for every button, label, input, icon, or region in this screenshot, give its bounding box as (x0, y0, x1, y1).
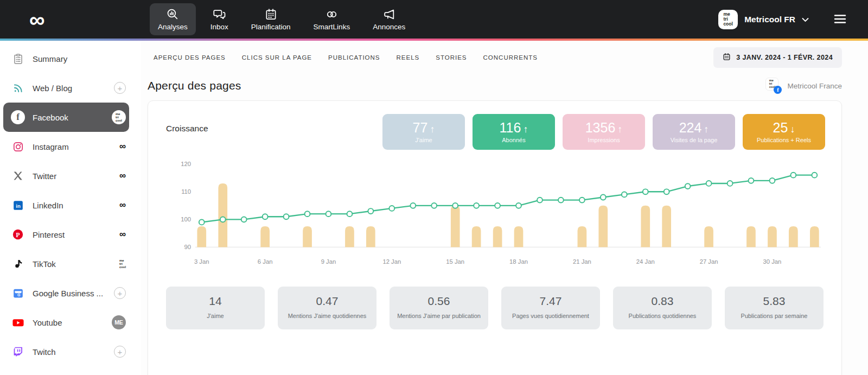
sidebar-item-label: LinkedIn (33, 201, 63, 210)
sidebar-item-web-blog[interactable]: Web / Blog + (3, 73, 129, 103)
sidebar-item-summary[interactable]: Summary (3, 44, 129, 73)
tab-clics-sur-la-page[interactable]: CLICS SUR LA PAGE (242, 54, 312, 61)
sidebar-item-label: TikTok (33, 259, 56, 269)
stat-mentions-par-publication: 0.56 Mentions J'aime par publication (390, 287, 488, 329)
add-connection-button[interactable]: + (114, 346, 126, 358)
infinity-logo-icon: ∞ (29, 9, 45, 30)
sidebar-item-pinterest[interactable]: P Pinterest ∞ (3, 220, 129, 249)
metricool-brand-badge: me tri cool (718, 10, 738, 29)
tab-reels[interactable]: REELS (397, 54, 420, 61)
svg-text:12 Jan: 12 Jan (382, 258, 401, 265)
hamburger-icon (834, 16, 846, 26)
metric-pill-impressions[interactable]: 1356↑ Impressions (563, 114, 645, 150)
sidebar-item-label: Summary (33, 54, 67, 63)
svg-text:120: 120 (181, 161, 191, 167)
stat-mentions-quotidiennes: 0.47 Mentions J'aime quotidiennes (278, 287, 376, 329)
metric-pill-visites[interactable]: 224↑ Visites de la page (653, 114, 735, 150)
stat-publications-semaine: 5.83 Publications par semaine (725, 287, 824, 329)
sidebar-item-google-business[interactable]: G Google Business ... + (3, 278, 129, 308)
nav-item-inbox[interactable]: Inbox (202, 3, 237, 35)
stat-label: Mentions J'aime par publication (396, 312, 482, 320)
metricool-text-badge: me tri cool (119, 259, 126, 269)
topbar-right: me tri cool Metricool FR (718, 10, 868, 29)
account-label: Metricool France (787, 82, 842, 90)
stat-publications-quotidiennes: 0.83 Publications quotidiennes (613, 287, 712, 329)
svg-text:15 Jan: 15 Jan (446, 258, 464, 265)
sidebar-item-label: Twitter (33, 171, 56, 181)
top-navbar: ∞ Analyses Inbox (0, 0, 868, 39)
add-connection-button[interactable]: + (114, 287, 126, 299)
menu-button[interactable] (834, 13, 846, 26)
svg-text:100: 100 (181, 216, 191, 223)
infinity-badge: ∞ (119, 170, 126, 181)
stat-jaime: 14 J'aime (166, 287, 265, 329)
account-name: Metricool FR (744, 15, 795, 24)
arrow-up-icon: ↑ (430, 124, 435, 135)
stat-value: 0.56 (396, 295, 482, 308)
main-content: APERÇU DES PAGES CLICS SUR LA PAGE PUBLI… (141, 41, 868, 375)
clipboard-icon (11, 53, 25, 65)
sidebar-item-instagram[interactable]: Instagram ∞ (3, 132, 129, 161)
tab-stories[interactable]: STORIES (436, 54, 467, 61)
chevron-down-icon (802, 15, 809, 24)
stat-pages-vues: 7.47 Pages vues quotidiennement (501, 287, 600, 329)
account-switcher[interactable]: me tri cool Metricool FR (718, 10, 809, 29)
section-tabs: APERÇU DES PAGES CLICS SUR LA PAGE PUBLI… (154, 54, 538, 61)
growth-card-header: Croissance 77↑ J'aime 116↑ Abonnés 1356↑… (164, 114, 825, 150)
account-avatar: me tri cool f (765, 78, 782, 94)
svg-text:30 Jan: 30 Jan (763, 258, 782, 265)
nav-item-annonces[interactable]: Annonces (365, 3, 413, 35)
arrow-down-icon: ↓ (790, 124, 795, 135)
svg-text:3 Jan: 3 Jan (194, 258, 209, 265)
add-connection-button[interactable]: + (114, 82, 126, 94)
sidebar-item-facebook[interactable]: f Facebook me tri cool (3, 103, 129, 132)
megaphone-icon (382, 8, 396, 21)
sidebar-item-twitter[interactable]: Twitter ∞ (3, 161, 129, 190)
summary-stats: 14 J'aime 0.47 Mentions J'aime quotidien… (164, 287, 825, 329)
stat-value: 0.83 (620, 295, 705, 308)
facebook-mini-icon: f (774, 86, 782, 94)
nav-item-planification[interactable]: Planification (243, 3, 299, 35)
connected-account[interactable]: me tri cool f Metricool France (765, 78, 842, 94)
metric-value: 77 (413, 120, 428, 135)
sidebar-item-label: Web / Blog (33, 84, 72, 93)
stat-value: 7.47 (508, 295, 593, 308)
metric-pill-jaime[interactable]: 77↑ J'aime (382, 114, 465, 150)
sidebar-item-label: Pinterest (33, 230, 65, 239)
sidebar-item-tiktok[interactable]: TikTok me tri cool (3, 249, 129, 278)
calendar-icon (723, 53, 731, 62)
tab-concurrents[interactable]: CONCURRENTS (483, 54, 538, 61)
pinterest-icon: P (11, 228, 25, 240)
primary-nav: Analyses Inbox (150, 3, 413, 35)
twitch-icon (11, 346, 25, 358)
svg-text:9 Jan: 9 Jan (321, 258, 336, 265)
badge-line: cool (119, 265, 126, 269)
metric-label: Publications + Reels (743, 137, 825, 143)
svg-text:24 Jan: 24 Jan (636, 258, 655, 265)
sidebar-item-twitch[interactable]: Twitch + (3, 337, 129, 366)
metric-label: Visites de la page (653, 137, 735, 143)
metricool-logo[interactable]: ∞ (0, 9, 141, 30)
tab-apercu-des-pages[interactable]: APERÇU DES PAGES (154, 54, 226, 61)
date-range-picker[interactable]: 3 JANV. 2024 - 1 FÉVR. 2024 (713, 47, 842, 68)
stat-label: Publications par semaine (731, 312, 817, 320)
page-title: Aperçu des pages (148, 79, 241, 92)
nav-item-smartlinks[interactable]: SmartLinks (305, 3, 359, 35)
infinity-badge: ∞ (119, 141, 126, 152)
facebook-icon: f (11, 110, 25, 124)
metric-pill-publications[interactable]: 25↓ Publications + Reels (743, 114, 825, 150)
metric-pill-abonnes[interactable]: 116↑ Abonnés (473, 114, 555, 150)
sidebar-item-linkedin[interactable]: in LinkedIn ∞ (3, 190, 129, 220)
svg-text:G: G (17, 293, 20, 297)
nav-item-analyses[interactable]: Analyses (150, 3, 196, 35)
nav-item-label: Inbox (210, 23, 228, 31)
metric-value: 224 (679, 120, 702, 135)
stat-label: Mentions J'aime quotidiennes (284, 312, 370, 320)
sidebar-item-youtube[interactable]: Youtube ME (3, 308, 129, 337)
growth-chart[interactable]: 120110100903 Jan6 Jan9 Jan12 Jan15 Jan18… (164, 157, 825, 272)
infinity-badge: ∞ (119, 229, 126, 240)
tab-publications[interactable]: PUBLICATIONS (328, 54, 380, 61)
instagram-icon (11, 141, 25, 152)
growth-title: Croissance (166, 124, 208, 134)
nav-item-label: Analyses (158, 23, 188, 31)
